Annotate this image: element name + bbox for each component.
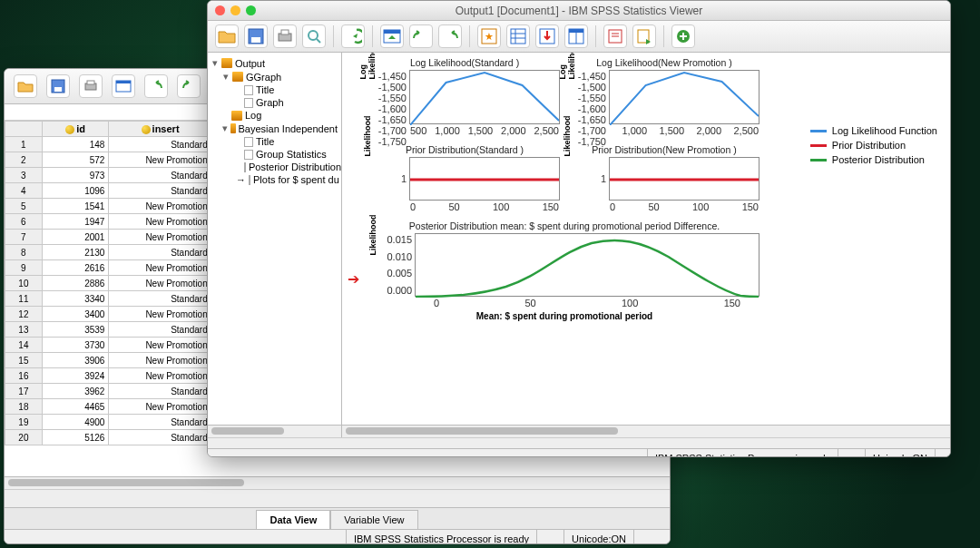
chart-table-icon[interactable] — [564, 24, 588, 48]
data-hscrollbar[interactable] — [5, 476, 670, 489]
view-tabbar: Data View Variable View — [5, 507, 670, 529]
outline-plots[interactable]: Plots for $ spent du — [253, 174, 339, 185]
status-processor: IBM SPSS Statistics Processor is ready — [346, 530, 536, 544]
chart-down-icon[interactable] — [535, 24, 559, 48]
outline-ggraph-title[interactable]: Title — [256, 84, 274, 95]
svg-point-10 — [309, 31, 318, 40]
undo-icon[interactable] — [144, 74, 168, 98]
canvas-hscrollbar[interactable] — [342, 425, 950, 437]
output-canvas[interactable]: ➔ Log Likelihood(Standard ) LogLikelihoo… — [342, 53, 950, 437]
traffic-lights[interactable] — [215, 5, 256, 15]
chart-prior-standard: Prior Distribution(Standard ) Likelihood… — [369, 144, 560, 201]
outline-group-stats[interactable]: Group Statistics — [256, 149, 327, 160]
zoom-icon[interactable] — [246, 5, 256, 15]
svg-text:★: ★ — [485, 31, 494, 42]
redo-icon[interactable] — [177, 74, 201, 98]
chart-grid-icon[interactable] — [506, 24, 530, 48]
col-id[interactable]: id — [42, 122, 109, 137]
outline-root[interactable]: Output — [235, 58, 265, 69]
status-unicode: Unicode:ON — [564, 530, 633, 544]
outline-log[interactable]: Log — [245, 110, 261, 121]
open-icon[interactable] — [14, 74, 37, 98]
print-icon[interactable] — [79, 74, 103, 98]
tab-variable-view[interactable]: Variable View — [330, 510, 417, 529]
outline-bayes[interactable]: Bayesian Independent — [239, 123, 338, 134]
chart-star-icon[interactable]: ★ — [477, 24, 501, 48]
pivot-icon[interactable] — [112, 74, 135, 98]
close-icon[interactable] — [215, 5, 225, 15]
titlebar[interactable]: Output1 [Document1] - IBM SPSS Statistic… — [208, 1, 950, 21]
add-icon[interactable] — [671, 24, 695, 48]
svg-rect-5 — [116, 81, 131, 83]
svg-rect-16 — [511, 29, 525, 44]
open-icon[interactable] — [215, 24, 239, 48]
row-header-blank — [5, 122, 43, 137]
chart-posterior: Posterior Distribution mean: $ spent dur… — [369, 220, 760, 321]
minimize-icon[interactable] — [230, 5, 240, 15]
undo-icon[interactable] — [409, 24, 433, 48]
svg-rect-9 — [281, 30, 289, 34]
save-icon[interactable] — [244, 24, 268, 48]
outline-pane[interactable]: ▾Output ▾GGraph Title Graph Log ▾Bayesia… — [208, 53, 342, 437]
viewer-toolbar: ★ — [208, 21, 950, 53]
posterior-xlabel: Mean: $ spent during promotional period — [369, 311, 760, 321]
tab-data-view[interactable]: Data View — [256, 510, 330, 529]
chart-legend: Log Likelihood Function Prior Distributi… — [810, 125, 937, 169]
svg-rect-13 — [384, 30, 400, 34]
viewer-statusbar: IBM SPSS Statistics Processor is ready U… — [208, 448, 950, 457]
note-icon[interactable] — [603, 24, 627, 48]
outline-hscrollbar[interactable] — [208, 425, 341, 437]
col-insert[interactable]: insert — [109, 122, 211, 137]
svg-rect-7 — [251, 37, 260, 43]
preview-icon[interactable] — [302, 24, 326, 48]
status-processor: IBM SPSS Statistics Processor is ready — [647, 449, 838, 457]
chart-prior-new: Prior Distribution(New Promotion ) Likel… — [569, 144, 760, 201]
current-item-arrow-icon: ➔ — [348, 270, 359, 288]
export-icon[interactable] — [341, 24, 365, 48]
chart-ll-new: Log Likelihood(New Promotion ) LogLikeli… — [569, 57, 760, 124]
redo-icon[interactable] — [438, 24, 462, 48]
outline-ggraph-graph[interactable]: Graph — [256, 97, 284, 108]
print-icon[interactable] — [273, 24, 297, 48]
svg-rect-3 — [87, 81, 94, 84]
svg-rect-1 — [54, 87, 62, 92]
note-go-icon[interactable] — [632, 24, 656, 48]
status-unicode: Unicode:ON — [865, 449, 935, 457]
data-editor-statusbar: IBM SPSS Statistics Processor is ready U… — [5, 529, 670, 544]
outline-posterior[interactable]: Posterior Distribution — [249, 161, 341, 172]
window-title: Output1 [Document1] - IBM SPSS Statistic… — [456, 5, 703, 17]
goto-icon[interactable] — [380, 24, 404, 48]
outline-bayes-title[interactable]: Title — [256, 136, 274, 147]
output-viewer-window: Output1 [Document1] - IBM SPSS Statistic… — [207, 0, 951, 457]
chart-ll-standard: Log Likelihood(Standard ) LogLikelihood … — [369, 57, 560, 124]
outline-ggraph[interactable]: GGraph — [246, 72, 281, 83]
save-icon[interactable] — [46, 74, 70, 98]
svg-line-11 — [317, 39, 320, 43]
